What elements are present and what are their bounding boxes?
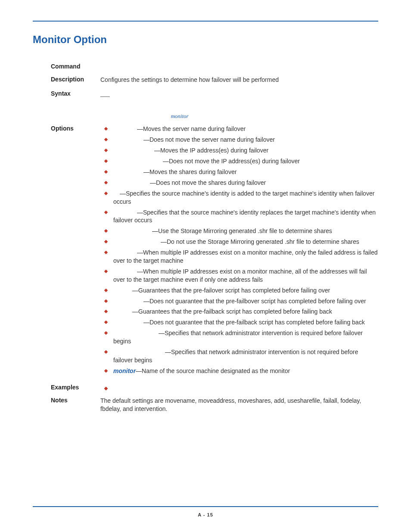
diamond-bullet-icon [104,149,108,152]
description-row: Description Configures the settings to d… [33,76,378,84]
option-item: —Specifies that network administrator in… [100,348,378,364]
syntax-secondary: monitor [33,113,378,120]
diamond-bullet-icon [104,251,108,254]
examples-row: Examples [33,384,378,391]
notes-value: The default settings are movename, movea… [100,397,378,413]
option-item: —Does not move the server name during fa… [100,136,378,144]
examples-value [100,384,378,391]
page-number: A - 15 [0,512,411,517]
option-text: —Specifies the source machine's identity… [113,190,378,206]
options-row: Options —Moves the server name during fa… [33,125,378,377]
option-text: —Do not use the Storage Mirroring genera… [113,238,378,246]
diamond-bullet-icon [104,299,108,302]
diamond-bullet-icon [104,138,108,141]
options-label: Options [33,125,100,377]
command-value [100,63,378,70]
option-item: —Specifies that network administrator in… [100,329,378,345]
diamond-bullet-icon [104,127,108,131]
option-item: —Specifies the source machine's identity… [100,190,378,206]
syntax-row: Syntax ___ [33,90,378,98]
option-text: —Guarantees that the pre-failback script… [113,308,378,316]
description-label: Description [33,76,100,84]
diamond-bullet-icon [104,369,108,373]
option-text: —Does not move the shares during failove… [113,179,378,187]
diamond-bullet-icon [104,159,108,163]
option-prefix: monitor [113,367,136,374]
diamond-bullet-icon [104,386,108,390]
option-item: —Use the Storage Mirroring generated .sh… [100,227,378,235]
option-item: —Moves the server name during failover [100,125,378,133]
diamond-bullet-icon [104,192,108,195]
syntax-value: ___ [100,90,378,98]
option-text: —When multiple IP addresses exist on a m… [113,268,378,284]
diamond-bullet-icon [104,210,108,214]
option-item: —Does not move the shares during failove… [100,179,378,187]
diamond-bullet-icon [104,350,108,354]
options-list: —Moves the server name during failover—D… [100,125,378,375]
bottom-rule [33,506,378,507]
option-item: —Does not guarantee that the pre-failbac… [100,318,378,327]
option-text: —When multiple IP addresses exist on a m… [113,249,378,265]
option-item: —Does not move the IP address(es) during… [100,157,378,165]
option-text: —Specifies that network administrator in… [113,348,378,364]
command-label: Command [33,63,100,70]
option-item: —When multiple IP addresses exist on a m… [100,268,378,284]
option-item: —Specifies that the source machine's ide… [100,208,378,225]
option-item: —When multiple IP addresses exist on a m… [100,249,378,265]
option-text: —Moves the IP address(es) during failove… [113,146,378,155]
notes-row: Notes The default settings are movename,… [33,397,378,413]
option-text: —Specifies that the source machine's ide… [113,208,378,225]
option-text: —Specifies that network administrator in… [113,329,378,345]
option-item: —Moves the shares during failover [100,168,378,176]
syntax-label: Syntax [33,90,100,98]
diamond-bullet-icon [104,181,108,184]
option-text: —Does not move the server name during fa… [113,136,378,144]
command-row: Command [33,63,378,70]
options-value: —Moves the server name during failover—D… [100,125,378,377]
diamond-bullet-icon [104,240,108,243]
diamond-bullet-icon [104,310,108,313]
notes-label: Notes [33,397,100,413]
option-text: —Use the Storage Mirroring generated .sh… [113,227,378,235]
diamond-bullet-icon [104,320,108,324]
diamond-bullet-icon [104,170,108,174]
page-title: Monitor Option [33,34,378,46]
option-text: —Does not guarantee that the pre-failbac… [113,318,378,327]
option-item: —Guarantees that the pre-failover script… [100,286,378,295]
diamond-bullet-icon [104,331,108,335]
option-text: —Moves the server name during failover [113,125,378,133]
option-text: —Guarantees that the pre-failover script… [113,286,378,295]
option-text: —Does not guarantee that the pre-failbov… [113,297,378,305]
diamond-bullet-icon [104,229,108,233]
option-text: —Does not move the IP address(es) during… [113,157,378,165]
option-text: —Moves the shares during failover [113,168,378,176]
option-item: —Does not guarantee that the pre-failbov… [100,297,378,305]
option-text: —Name of the source machine designated a… [136,367,290,374]
option-item: —Do not use the Storage Mirroring genera… [100,238,378,246]
description-value: Configures the settings to determine how… [100,76,378,84]
option-item: —Moves the IP address(es) during failove… [100,146,378,155]
diamond-bullet-icon [104,288,108,292]
diamond-bullet-icon [104,270,108,273]
option-item: —Guarantees that the pre-failback script… [100,308,378,316]
examples-label: Examples [33,384,100,391]
top-rule [33,21,378,22]
option-item: monitor—Name of the source machine desig… [100,367,378,375]
